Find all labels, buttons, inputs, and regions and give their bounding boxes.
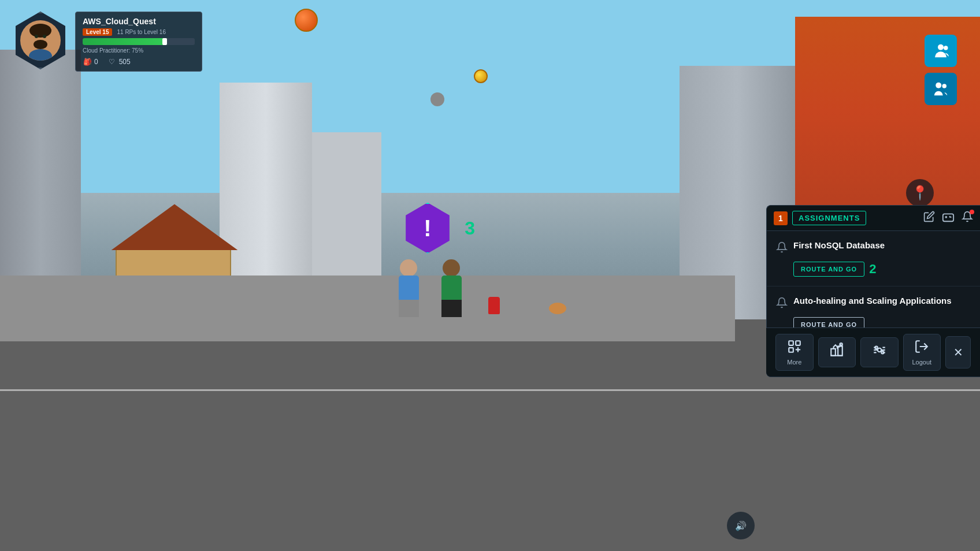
- player-info-panel: AWS_Cloud_Quest Level 15 11 RPs to Level…: [75, 12, 202, 72]
- avatar-hex: [12, 12, 69, 69]
- character-group: [393, 259, 467, 319]
- char2-head: [443, 259, 460, 277]
- assignments-tab: ASSIGNMENTS: [792, 211, 866, 225]
- svg-point-9: [936, 83, 941, 88]
- stats-row: 🎒 0 ♡ 505: [83, 57, 195, 66]
- xp-progress-fill: [83, 38, 167, 45]
- svg-point-4: [35, 35, 38, 38]
- map-pin-button[interactable]: 📍: [906, 179, 934, 207]
- stat-hearts: ♡ 505: [107, 57, 131, 66]
- svg-rect-11: [943, 214, 953, 221]
- char2-body: [441, 276, 462, 301]
- floating-coin-large: [295, 9, 318, 32]
- char1-head: [400, 259, 417, 277]
- map-pin-icon: 📍: [911, 185, 929, 201]
- character-1: [396, 259, 422, 317]
- stat-bags: 🎒 0: [83, 57, 98, 66]
- xp-progress-bar: [83, 38, 195, 45]
- player-hud: AWS_Cloud_Quest Level 15 11 RPs to Level…: [12, 12, 202, 72]
- char1-body: [399, 276, 419, 301]
- player-name: AWS_Cloud_Quest: [83, 17, 195, 26]
- route-go-button-1[interactable]: ROUTE AND GO: [793, 262, 864, 277]
- group-button[interactable]: [925, 73, 957, 105]
- bottom-toolbar: More: [766, 327, 980, 377]
- team-icon: [932, 42, 949, 59]
- svg-rect-13: [796, 341, 800, 345]
- svg-point-18: [878, 348, 882, 352]
- panel-icons: [923, 210, 973, 226]
- more-label: More: [787, 359, 801, 366]
- svg-point-3: [34, 40, 47, 49]
- assignment-2-bell-icon: [776, 297, 788, 311]
- panel-header: 1 ASSIGNMENTS: [767, 206, 980, 231]
- quest-number: 3: [465, 217, 475, 239]
- svg-point-6: [29, 49, 52, 61]
- pencil-icon[interactable]: [923, 211, 935, 225]
- settings-button[interactable]: [860, 337, 899, 367]
- city-icon: [829, 342, 844, 360]
- city-button[interactable]: [818, 337, 856, 367]
- xp-text: 11 RPs to Level 16: [117, 29, 166, 35]
- assignment-2-title-row: Auto-healing and Scaling Applications: [776, 296, 971, 311]
- quest-exclamation: !: [424, 217, 431, 240]
- assignment-1-title: First NoSQL Database: [793, 240, 971, 250]
- assignment-item-1: First NoSQL Database ROUTE AND GO 2: [767, 231, 980, 286]
- assignments-panel: 1 ASSIGNMENTS: [766, 205, 980, 377]
- svg-rect-15: [831, 349, 836, 356]
- char1-legs: [399, 300, 419, 317]
- volume-icon: 🔊: [735, 520, 747, 531]
- level-row: Level 15 11 RPs to Level 16: [83, 28, 195, 36]
- fire-hydrant: [488, 297, 500, 314]
- dog: [549, 303, 566, 314]
- hearts-icon: ♡: [107, 57, 117, 66]
- skill-label: Cloud Practitioner: 75%: [83, 47, 195, 54]
- close-button[interactable]: ✕: [945, 336, 971, 368]
- level-badge: Level 15: [83, 28, 112, 36]
- svg-point-10: [942, 84, 947, 88]
- ground-marker: [430, 92, 444, 106]
- settings-icon: [872, 342, 887, 360]
- svg-point-5: [43, 35, 46, 38]
- bags-icon: 🎒: [83, 57, 92, 66]
- panel-number: 1: [774, 211, 788, 225]
- quest-marker-container[interactable]: ! 3: [402, 203, 453, 254]
- assignment-1-bell-icon: [776, 241, 788, 256]
- group-icon: [932, 80, 949, 98]
- svg-rect-14: [789, 348, 793, 352]
- svg-point-8: [944, 46, 948, 50]
- logout-button[interactable]: Logout: [903, 334, 941, 371]
- svg-rect-16: [838, 347, 842, 356]
- svg-point-7: [938, 44, 944, 50]
- logout-label: Logout: [912, 359, 931, 366]
- more-button[interactable]: More: [775, 334, 814, 371]
- assignment-1-actions: ROUTE AND GO 2: [776, 262, 971, 277]
- sidewalk: [0, 276, 735, 341]
- bell-icon[interactable]: [962, 211, 973, 225]
- avatar-face: [20, 20, 61, 61]
- hearts-count: 505: [119, 58, 131, 66]
- volume-button[interactable]: 🔊: [727, 512, 755, 539]
- road-line: [0, 389, 980, 391]
- avatar-svg: [20, 20, 61, 61]
- bags-count: 0: [94, 58, 98, 66]
- svg-rect-12: [789, 341, 793, 345]
- quest-hex[interactable]: !: [402, 203, 453, 254]
- close-icon: ✕: [953, 345, 963, 359]
- char2-legs: [441, 300, 462, 317]
- assignment-1-count: 2: [869, 262, 876, 277]
- right-hud: 📍: [925, 35, 957, 105]
- progress-thumb: [162, 38, 167, 45]
- assignment-1-title-row: First NoSQL Database: [776, 240, 971, 256]
- more-icon: [787, 339, 802, 356]
- logout-icon: [914, 339, 929, 356]
- svg-point-2: [29, 24, 51, 38]
- bell-notification-dot: [970, 210, 974, 214]
- character-2: [439, 259, 465, 317]
- floating-coin-small: [474, 69, 488, 83]
- gamepad-icon[interactable]: [942, 210, 955, 226]
- assignment-2-title: Auto-healing and Scaling Applications: [793, 296, 971, 306]
- team-button[interactable]: [925, 35, 957, 67]
